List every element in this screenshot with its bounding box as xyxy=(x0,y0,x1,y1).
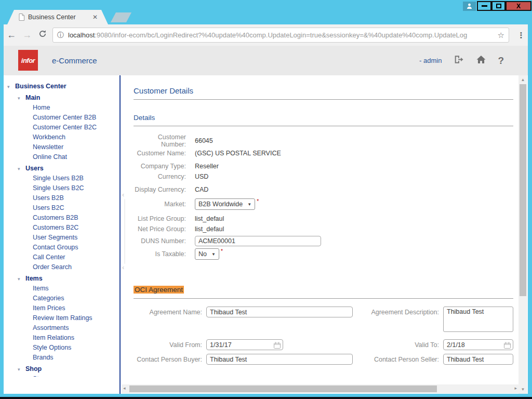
sidebar-item[interactable]: Single Users B2C xyxy=(4,183,119,193)
sidebar-item[interactable]: Online Chat xyxy=(4,152,119,162)
tab-close-icon[interactable]: ✕ xyxy=(92,14,98,21)
sidebar-item[interactable]: ▾Business Center xyxy=(4,82,119,91)
horizontal-scrollbar[interactable]: ◂ ▸ xyxy=(122,384,518,393)
sidebar-item[interactable]: Users B2C xyxy=(4,203,119,213)
sidebar-item[interactable]: Users B2B xyxy=(4,193,119,203)
sidebar-item[interactable]: Customers B2C xyxy=(4,223,119,233)
sidebar-item-label: User Segments xyxy=(33,234,77,241)
sidebar-item[interactable]: ▾Shop xyxy=(4,364,119,374)
sidebar-item[interactable]: Newsletter xyxy=(4,142,119,152)
forward-icon[interactable]: → xyxy=(19,30,35,41)
chevron-down-icon: ▼ xyxy=(247,202,251,207)
sidebar-item[interactable]: ▾Items xyxy=(4,274,119,284)
address-bar[interactable]: ⓘ localhost:9080/infor-ecom/bc/LoginRedi… xyxy=(52,28,509,43)
agreement-description-textarea[interactable]: Thibaud Test xyxy=(443,307,513,332)
is-taxable-select[interactable]: No ▼ xyxy=(195,248,219,260)
sidebar-item[interactable]: Stores xyxy=(4,374,119,377)
bookmark-star-icon[interactable]: ☆ xyxy=(498,31,504,40)
url-text: localhost:9080/infor-ecom/bc/LoginRedire… xyxy=(68,31,495,39)
browser-toolbar: ← → ⓘ localhost:9080/infor-ecom/bc/Login… xyxy=(4,24,528,46)
market-select[interactable]: B2B Worldwide ▼ xyxy=(195,198,255,210)
page-info-icon[interactable]: ⓘ xyxy=(57,31,64,40)
reload-icon[interactable] xyxy=(35,30,50,41)
splitter-collapse-icon[interactable]: ‹ xyxy=(122,191,124,198)
details-form: Customer Number: 66045 Customer Name: (G… xyxy=(134,134,513,261)
sidebar-item-label: Review Item Ratings xyxy=(33,314,92,322)
scroll-left-icon[interactable]: ◂ xyxy=(123,385,126,391)
person-icon xyxy=(466,3,473,9)
splitter-collapse-icon[interactable]: ‹ xyxy=(122,263,124,271)
select-value: B2B Worldwide xyxy=(198,201,243,208)
sidebar-item[interactable]: Customer Center B2B xyxy=(4,113,119,123)
field-label: Currency: xyxy=(134,173,195,180)
sidebar-item[interactable]: Assortments xyxy=(4,323,119,333)
scroll-right-icon[interactable]: ▸ xyxy=(514,385,517,391)
sidebar-item-label: Assortments xyxy=(33,324,69,331)
scroll-down-icon[interactable]: ▼ xyxy=(518,387,527,392)
sidebar-item[interactable]: Style Options xyxy=(4,343,119,353)
sidebar-item[interactable]: Item Relations xyxy=(4,333,119,343)
sidebar-item[interactable]: Brands xyxy=(4,353,119,363)
field-value: Reseller xyxy=(195,163,219,170)
sidebar-item[interactable]: Customer Center B2C xyxy=(4,123,119,132)
tree-expand-icon[interactable]: ▾ xyxy=(18,365,20,375)
calendar-icon[interactable] xyxy=(504,341,511,351)
agreement-name-input[interactable] xyxy=(206,307,353,317)
home-icon[interactable] xyxy=(476,55,486,66)
contact-person-seller-input[interactable] xyxy=(443,354,513,365)
sidebar-item[interactable]: Categories xyxy=(4,294,119,303)
field-label: Valid To: xyxy=(353,339,443,349)
sidebar-item[interactable]: ▾Main xyxy=(4,93,119,103)
sidebar-item-label: Workbench xyxy=(33,134,65,141)
vertical-scrollbar[interactable]: ▲ ▼ xyxy=(518,75,527,394)
contact-person-buyer-input[interactable] xyxy=(206,354,353,365)
valid-from-input[interactable] xyxy=(206,339,283,350)
tree-expand-icon[interactable]: ▾ xyxy=(7,82,10,92)
sidebar-item-label: Items xyxy=(33,285,49,292)
url-host: localhost xyxy=(68,31,95,39)
horizontal-scroll-thumb[interactable] xyxy=(129,385,437,392)
maximize-button[interactable] xyxy=(491,1,506,11)
back-icon[interactable]: ← xyxy=(4,30,19,41)
tree-expand-icon[interactable]: ▾ xyxy=(18,94,20,103)
sidebar-item[interactable]: Review Item Ratings xyxy=(4,313,119,323)
sidebar-item[interactable]: Workbench xyxy=(4,132,119,142)
sidebar-item[interactable]: Contact Groups xyxy=(4,243,119,252)
scroll-up-icon[interactable]: ▲ xyxy=(518,77,527,82)
select-value: No xyxy=(198,250,207,258)
valid-to-input[interactable] xyxy=(443,339,513,350)
sidebar-item[interactable]: Single Users B2B xyxy=(4,174,119,183)
sidebar-item-label: Item Relations xyxy=(33,334,74,341)
close-button[interactable]: X xyxy=(506,1,531,11)
field-value: 66045 xyxy=(195,137,213,144)
admin-user-link[interactable]: - admin xyxy=(419,57,442,64)
tree-expand-icon[interactable]: ▾ xyxy=(18,164,20,174)
user-account-button[interactable] xyxy=(463,2,476,11)
field-display-currency: Display Currency: CAD xyxy=(134,184,513,195)
browser-menu-icon[interactable]: ⋮ xyxy=(514,31,528,40)
sidebar-item[interactable]: Item Prices xyxy=(4,303,119,313)
sidebar-item-label: Customers B2B xyxy=(33,214,78,221)
duns-number-input[interactable] xyxy=(195,236,321,246)
sidebar-item[interactable]: Call Center xyxy=(4,252,119,262)
sidebar-item-label: Call Center xyxy=(33,254,65,261)
new-tab-button[interactable] xyxy=(111,12,131,22)
logout-icon[interactable] xyxy=(453,55,464,66)
help-icon[interactable]: ? xyxy=(498,55,504,66)
sidebar-item[interactable]: User Segments xyxy=(4,233,119,243)
field-company-type: Company Type: Reseller xyxy=(134,161,513,171)
sidebar-item[interactable]: Items xyxy=(4,284,119,294)
minimize-button[interactable] xyxy=(477,1,491,11)
sidebar-item[interactable]: Home xyxy=(4,103,119,113)
browser-tab[interactable]: Business Center ✕ xyxy=(7,10,108,24)
field-net-price-group: Net Price Group: list_defaul xyxy=(134,224,513,234)
sidebar-item[interactable]: Order Search xyxy=(4,262,119,272)
sidebar-item[interactable]: ▾Users xyxy=(4,164,119,174)
tree-expand-icon[interactable]: ▾ xyxy=(18,274,20,284)
sidebar-item[interactable]: Customers B2B xyxy=(4,213,119,223)
oci-section-title: OCI Agreement xyxy=(134,286,184,294)
sidebar-item-label: Items xyxy=(25,275,43,282)
calendar-icon[interactable] xyxy=(274,341,281,351)
vertical-scroll-thumb[interactable] xyxy=(520,84,526,296)
field-label: Net Price Group: xyxy=(134,225,195,233)
